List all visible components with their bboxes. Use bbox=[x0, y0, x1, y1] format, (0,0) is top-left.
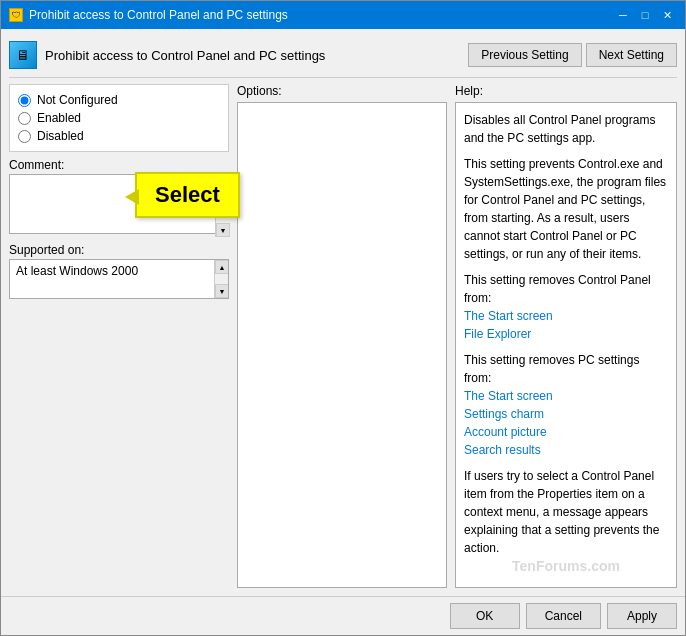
supported-value: At least Windows 2000 bbox=[16, 264, 154, 278]
header-left: 🖥 Prohibit access to Control Panel and P… bbox=[9, 41, 325, 69]
left-panel: Not Configured Enabled Disabled Comment: bbox=[9, 84, 229, 588]
header-buttons: Previous Setting Next Setting bbox=[468, 43, 677, 67]
comment-label: Comment: bbox=[9, 158, 229, 172]
radio-not-configured[interactable]: Not Configured bbox=[18, 93, 220, 107]
help-link-3: The Start screen bbox=[464, 389, 553, 403]
options-label: Options: bbox=[237, 84, 447, 98]
options-section: Options: bbox=[237, 84, 447, 588]
help-para-5: If users try to select a Control Panel i… bbox=[464, 467, 668, 557]
help-link-2: File Explorer bbox=[464, 327, 531, 341]
tooltip-bubble: Select bbox=[135, 172, 240, 218]
minimize-button[interactable]: ─ bbox=[613, 7, 633, 23]
right-panel: Options: Help: Disables all Control Pane… bbox=[237, 84, 677, 588]
help-para-2: This setting prevents Control.exe and Sy… bbox=[464, 155, 668, 263]
previous-setting-button[interactable]: Previous Setting bbox=[468, 43, 581, 67]
help-section: Help: Disables all Control Panel program… bbox=[455, 84, 677, 588]
content-area: 🖥 Prohibit access to Control Panel and P… bbox=[1, 29, 685, 596]
supported-section: Supported on: At least Windows 2000 ▲ ▼ bbox=[9, 243, 229, 299]
supported-scrollbar: ▲ ▼ bbox=[214, 260, 228, 298]
close-button[interactable]: ✕ bbox=[657, 7, 677, 23]
help-link-4: Settings charm bbox=[464, 407, 544, 421]
title-bar: 🛡 Prohibit access to Control Panel and P… bbox=[1, 1, 685, 29]
supported-label: Supported on: bbox=[9, 243, 229, 257]
options-help-row: Options: Help: Disables all Control Pane… bbox=[237, 84, 677, 588]
help-link-1: The Start screen bbox=[464, 309, 553, 323]
help-box[interactable]: Disables all Control Panel programs and … bbox=[455, 102, 677, 588]
bottom-bar: OK Cancel Apply bbox=[1, 596, 685, 635]
help-link-5: Account picture bbox=[464, 425, 547, 439]
radio-enabled[interactable]: Enabled bbox=[18, 111, 220, 125]
header-title: Prohibit access to Control Panel and PC … bbox=[45, 48, 325, 63]
help-para-3: This setting removes Control Panel from:… bbox=[464, 271, 668, 343]
supported-box: At least Windows 2000 ▲ ▼ bbox=[9, 259, 229, 299]
cancel-button[interactable]: Cancel bbox=[526, 603, 601, 629]
tooltip-arrow bbox=[125, 189, 139, 205]
radio-group: Not Configured Enabled Disabled bbox=[9, 84, 229, 152]
main-window: 🛡 Prohibit access to Control Panel and P… bbox=[0, 0, 686, 636]
watermark: TenForums.com bbox=[512, 556, 620, 577]
title-bar-left: 🛡 Prohibit access to Control Panel and P… bbox=[9, 8, 288, 22]
next-setting-button[interactable]: Next Setting bbox=[586, 43, 677, 67]
header-row: 🖥 Prohibit access to Control Panel and P… bbox=[9, 37, 677, 78]
help-para-4: This setting removes PC settings from: T… bbox=[464, 351, 668, 459]
maximize-button[interactable]: □ bbox=[635, 7, 655, 23]
header-icon: 🖥 bbox=[9, 41, 37, 69]
options-box bbox=[237, 102, 447, 588]
help-para-1: Disables all Control Panel programs and … bbox=[464, 111, 668, 147]
help-link-6: Search results bbox=[464, 443, 541, 457]
scroll-down-icon[interactable]: ▼ bbox=[216, 223, 230, 237]
supported-scroll-down-icon[interactable]: ▼ bbox=[215, 284, 229, 298]
radio-enabled-label: Enabled bbox=[37, 111, 81, 125]
radio-disabled[interactable]: Disabled bbox=[18, 129, 220, 143]
title-controls: ─ □ ✕ bbox=[613, 7, 677, 23]
supported-scroll-up-icon[interactable]: ▲ bbox=[215, 260, 229, 274]
help-label: Help: bbox=[455, 84, 677, 98]
ok-button[interactable]: OK bbox=[450, 603, 520, 629]
window-title: Prohibit access to Control Panel and PC … bbox=[29, 8, 288, 22]
radio-not-configured-label: Not Configured bbox=[37, 93, 118, 107]
apply-button[interactable]: Apply bbox=[607, 603, 677, 629]
window-icon: 🛡 bbox=[9, 8, 23, 22]
radio-disabled-label: Disabled bbox=[37, 129, 84, 143]
